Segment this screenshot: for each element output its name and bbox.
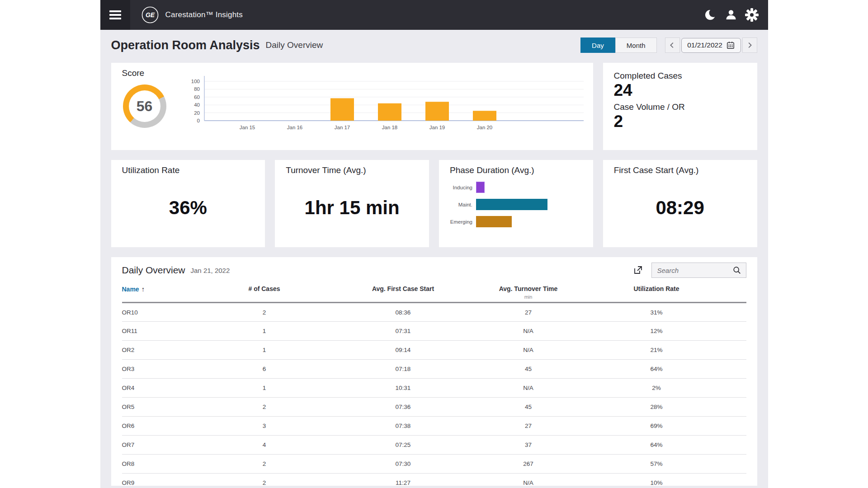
cell-first-case-start: 09:14	[316, 341, 490, 360]
table-row[interactable]: OR9211:27N/A10%	[122, 474, 746, 486]
table-date: Jan 21, 2022	[191, 267, 230, 274]
theme-toggle-button[interactable]	[701, 6, 719, 24]
cell-name: OR7	[122, 436, 212, 455]
page: GE Carestation™ Insights	[100, 0, 768, 488]
turnover-time-card: Turnover Time (Avg.) 1hr 15 min	[275, 160, 429, 247]
person-icon	[724, 8, 738, 22]
cell-cases: 2	[212, 474, 316, 486]
table-actions	[632, 263, 746, 278]
daily-overview-card: Daily Overview Jan 21, 2022	[111, 257, 757, 486]
table-row[interactable]: OR8207:3026757%	[122, 455, 746, 474]
menu-button[interactable]	[100, 0, 130, 30]
cell-utilization-rate: 64%	[567, 436, 746, 455]
y-tick-label: 40	[194, 102, 200, 108]
turnover-time-value: 1hr 15 min	[275, 197, 429, 219]
table-row[interactable]: OR10208:362731%	[122, 303, 746, 322]
x-tick-label: Jan 16	[287, 125, 302, 130]
cell-name: OR4	[122, 379, 212, 398]
date-navigation: 01/21/2022	[665, 38, 757, 53]
phase-row: Emerging	[450, 216, 582, 227]
date-picker-field[interactable]: 01/21/2022	[681, 38, 741, 53]
cell-first-case-start: 07:25	[316, 436, 490, 455]
cell-first-case-start: 07:18	[316, 360, 490, 379]
cell-cases: 3	[212, 417, 316, 436]
cell-name: OR6	[122, 417, 212, 436]
cell-cases: 2	[212, 303, 316, 322]
page-header: Operation Room Analysis Daily Overview D…	[111, 38, 757, 53]
cell-name: OR2	[122, 341, 212, 360]
score-card: Score 56 020406080100Jan 15Jan 16Jan 17J…	[111, 63, 593, 150]
column-header-cases[interactable]: # of Cases	[212, 282, 316, 303]
y-tick-label: 0	[197, 118, 199, 123]
topbar-actions	[701, 6, 768, 24]
phase-bar	[476, 216, 512, 227]
utilization-rate-label: Utilization Rate	[122, 165, 255, 175]
cell-utilization-rate: 31%	[567, 303, 746, 322]
chevron-right-icon	[745, 41, 754, 49]
cell-cases: 2	[212, 455, 316, 474]
search-icon[interactable]	[732, 266, 741, 275]
next-day-button[interactable]	[742, 38, 757, 53]
completed-cases-value: 24	[614, 81, 746, 100]
cell-name: OR11	[122, 322, 212, 341]
cell-utilization-rate: 64%	[567, 360, 746, 379]
case-volume-label: Case Volume / OR	[614, 102, 746, 112]
y-tick-label: 60	[194, 94, 200, 100]
main-content: Operation Room Analysis Daily Overview D…	[100, 38, 768, 486]
ge-logo-icon: GE	[141, 6, 159, 24]
table-header-row: Name↑ # of Cases Avg. First Case Start A…	[122, 282, 746, 303]
moon-icon	[703, 8, 717, 22]
trend-bar	[425, 102, 449, 121]
first-case-start-label: First Case Start (Avg.)	[614, 165, 746, 175]
previous-day-button[interactable]	[665, 38, 680, 53]
cell-first-case-start: 11:27	[316, 474, 490, 486]
cell-turnover-time: N/A	[490, 379, 567, 398]
first-case-start-value: 08:29	[603, 197, 757, 219]
cell-turnover-time: 37	[490, 436, 567, 455]
page-title: Operation Room Analysis	[111, 38, 260, 52]
first-case-start-card: First Case Start (Avg.) 08:29	[603, 160, 757, 247]
page-subtitle: Daily Overview	[266, 40, 323, 50]
search-box	[651, 263, 746, 278]
column-header-name[interactable]: Name↑	[122, 282, 212, 303]
column-header-first-case-start[interactable]: Avg. First Case Start	[316, 282, 490, 303]
phase-row: Maint.	[450, 199, 582, 210]
phase-duration-chart: InducingMaint.Emerging	[450, 182, 582, 227]
search-input[interactable]	[656, 266, 732, 275]
export-button[interactable]	[632, 264, 644, 277]
day-toggle-button[interactable]: Day	[580, 38, 615, 53]
settings-button[interactable]	[743, 6, 761, 24]
cell-turnover-time: N/A	[490, 341, 567, 360]
chevron-left-icon	[668, 41, 676, 49]
export-icon	[632, 265, 643, 276]
cell-first-case-start: 07:38	[316, 417, 490, 436]
completed-cases-card: Completed Cases 24 Case Volume / OR 2	[603, 63, 757, 150]
month-toggle-button[interactable]: Month	[615, 38, 657, 53]
cell-cases: 1	[212, 341, 316, 360]
cell-turnover-time: N/A	[490, 474, 567, 486]
calendar-icon	[726, 41, 735, 49]
column-header-utilization-rate[interactable]: Utilization Rate	[567, 282, 746, 303]
user-profile-button[interactable]	[722, 6, 740, 24]
cell-name: OR10	[122, 303, 212, 322]
cell-first-case-start: 07:31	[316, 322, 490, 341]
table-body: OR10208:362731%OR11107:31N/A12%OR2109:14…	[122, 303, 746, 486]
trend-bar	[330, 98, 354, 121]
table-row[interactable]: OR5207:364528%	[122, 398, 746, 417]
phase-label: Inducing	[450, 185, 472, 190]
cell-turnover-time: N/A	[490, 322, 567, 341]
table-row[interactable]: OR6307:382769%	[122, 417, 746, 436]
gear-icon	[745, 8, 759, 22]
table-row[interactable]: OR2109:14N/A21%	[122, 341, 746, 360]
cell-utilization-rate: 28%	[567, 398, 746, 417]
table-row[interactable]: OR3607:184564%	[122, 360, 746, 379]
table-row[interactable]: OR11107:31N/A12%	[122, 322, 746, 341]
cell-name: OR3	[122, 360, 212, 379]
table-row[interactable]: OR7407:253764%	[122, 436, 746, 455]
table-title: Daily Overview	[122, 265, 185, 276]
table-row[interactable]: OR4110:31N/A2%	[122, 379, 746, 398]
cell-utilization-rate: 2%	[567, 379, 746, 398]
cell-name: OR9	[122, 474, 212, 486]
column-header-turnover-time[interactable]: Avg. Turnover Timemin	[490, 282, 567, 303]
cell-first-case-start: 08:36	[316, 303, 490, 322]
